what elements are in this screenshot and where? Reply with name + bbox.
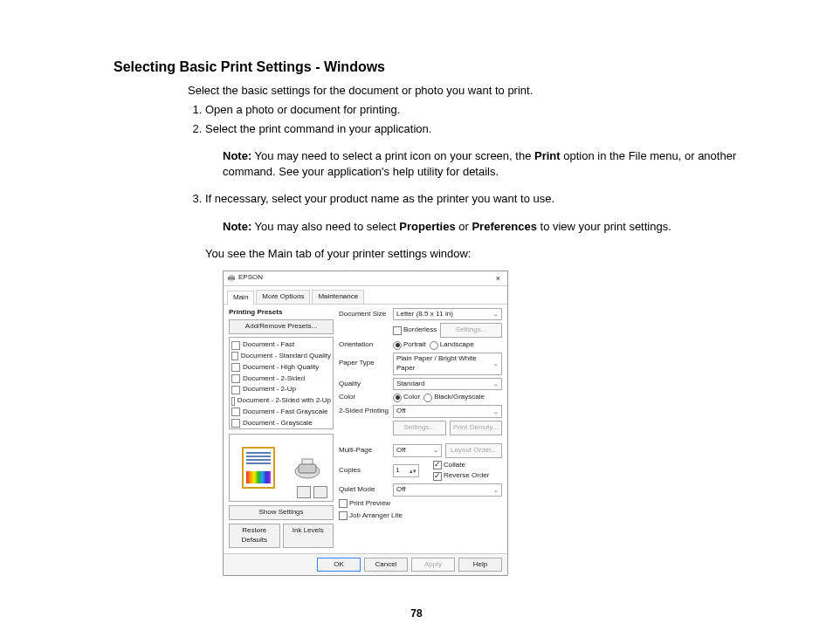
print-preview-checkbox[interactable]: Print Preview (339, 499, 502, 509)
intro-text: Select the basic settings for the docume… (188, 84, 737, 97)
step-1: Open a photo or document for printing. (205, 102, 737, 118)
chevron-down-icon: ⌄ (493, 486, 499, 494)
step-2: Select the print command in your applica… (205, 121, 737, 180)
preset-item[interactable]: Document - Fast (231, 339, 331, 351)
apply-button: Apply (411, 558, 455, 572)
layout-order-button: Layout Order... (445, 443, 502, 458)
restore-defaults-button[interactable]: Restore Defaults (229, 524, 280, 548)
preset-item[interactable]: Document - 2-Up (231, 384, 331, 395)
printer-preview-icon (293, 456, 321, 480)
copies-spinner[interactable]: 1▴▾ (393, 464, 419, 477)
note-2e: to view your print settings. (537, 220, 671, 233)
dialog-footer: OK Cancel Apply Help (224, 553, 507, 576)
multi-page-label: Multi-Page (339, 446, 389, 456)
grayscale-radio[interactable]: Black/Grayscale (423, 393, 485, 402)
page-number: 78 (0, 607, 833, 620)
spinner-icon: ▴▾ (410, 467, 416, 475)
step-2-text: Select the print command in your applica… (205, 122, 431, 135)
chevron-down-icon: ⌄ (493, 408, 499, 415)
collate-checkbox[interactable]: Collate (433, 461, 502, 470)
step-3: If necessary, select your product name a… (205, 191, 737, 576)
svg-rect-5 (299, 464, 316, 473)
two-sided-label: 2-Sided Printing (339, 407, 389, 416)
print-density-button: Print Density... (450, 421, 503, 435)
reverse-order-checkbox[interactable]: Reverse Order (433, 471, 502, 481)
note-2d: Preferences (472, 220, 536, 233)
chevron-down-icon: ⌄ (493, 380, 499, 387)
note-2b: Properties (399, 220, 455, 233)
tab-more-options[interactable]: More Options (256, 290, 310, 304)
document-size-select[interactable]: Letter (8.5 x 11 in)⌄ (393, 308, 502, 321)
add-remove-presets-button[interactable]: Add/Remove Presets... (229, 319, 334, 334)
see-text: You see the Main tab of your printer set… (205, 246, 737, 262)
tab-main[interactable]: Main (227, 291, 254, 305)
titlebar: EPSON × (224, 271, 507, 286)
copies-label: Copies (339, 466, 389, 476)
svg-rect-1 (230, 275, 234, 277)
preset-item[interactable]: Document - Fast Grayscale (231, 407, 331, 418)
ink-levels-button[interactable]: Ink Levels (283, 524, 334, 548)
quality-select[interactable]: Standard⌄ (393, 378, 502, 391)
tab-maintenance[interactable]: Maintenance (312, 290, 364, 304)
note-1: Note: You may need to select a print ico… (223, 148, 737, 179)
note-2a: You may also need to select (251, 220, 399, 233)
orientation-label: Orientation (339, 340, 389, 350)
job-arranger-checkbox[interactable]: Job Arranger Lite (339, 511, 502, 521)
preset-item[interactable]: Document - 2-Sided with 2-Up (231, 395, 331, 407)
chevron-down-icon: ⌄ (493, 310, 499, 318)
two-sided-settings-button: Settings... (393, 421, 446, 435)
multi-page-select[interactable]: Off⌄ (393, 444, 442, 457)
color-radio[interactable]: Color (393, 393, 420, 402)
tabs: Main More Options Maintenance (224, 286, 507, 305)
note-2c: or (456, 220, 472, 233)
preview-box (229, 434, 334, 502)
printer-icon (227, 274, 236, 283)
preset-item[interactable]: Document - Grayscale (231, 418, 331, 429)
preset-item[interactable]: Document - Standard Quality (231, 351, 331, 362)
note-1-prefix: Note: (223, 149, 251, 162)
color-label: Color (339, 393, 389, 402)
close-icon[interactable]: × (492, 273, 504, 284)
chevron-down-icon: ⌄ (493, 360, 499, 367)
help-button[interactable]: Help (458, 558, 502, 572)
note-2: Note: You may also need to select Proper… (223, 219, 737, 235)
presets-header: Printing Presets (229, 308, 334, 318)
quiet-mode-label: Quiet Mode (339, 485, 389, 495)
paper-type-label: Paper Type (339, 359, 389, 368)
chevron-down-icon: ⌄ (433, 446, 438, 454)
page-title: Selecting Basic Print Settings - Windows (114, 59, 737, 75)
steps-list: Open a photo or document for printing. S… (188, 102, 737, 576)
svg-rect-2 (230, 279, 234, 282)
cancel-button[interactable]: Cancel (364, 558, 408, 572)
step-3-text: If necessary, select your product name a… (205, 192, 554, 205)
dialog-title: EPSON (238, 273, 263, 283)
show-settings-button[interactable]: Show Settings (229, 505, 334, 520)
note-1a: You may need to select a print icon on y… (251, 149, 534, 162)
quiet-mode-select[interactable]: Off⌄ (393, 483, 502, 497)
page-preview-icon (242, 447, 275, 489)
note-1b: Print (534, 149, 561, 162)
note-2-prefix: Note: (223, 220, 251, 233)
preset-list[interactable]: Document - Fast Document - Standard Qual… (229, 337, 334, 429)
svg-rect-0 (228, 277, 235, 280)
ok-button[interactable]: OK (317, 558, 361, 572)
document-size-label: Document Size (339, 310, 389, 319)
borderless-checkbox[interactable]: Borderless (393, 325, 437, 335)
preset-item[interactable]: Document - High Quality (231, 362, 331, 373)
layout-thumb-icon (313, 486, 327, 498)
preset-item[interactable]: Document - 2-Sided (231, 373, 331, 385)
two-sided-select[interactable]: Off⌄ (393, 405, 502, 418)
borderless-settings-button: Settings... (440, 323, 502, 338)
paper-type-select[interactable]: Plain Paper / Bright White Paper⌄ (393, 353, 502, 375)
quality-label: Quality (339, 380, 389, 389)
portrait-radio[interactable]: Portrait (393, 340, 426, 350)
layout-thumb-icon (297, 486, 311, 498)
print-settings-dialog: EPSON × Main More Options Maintenance Pr… (223, 271, 508, 577)
landscape-radio[interactable]: Landscape (430, 340, 474, 350)
